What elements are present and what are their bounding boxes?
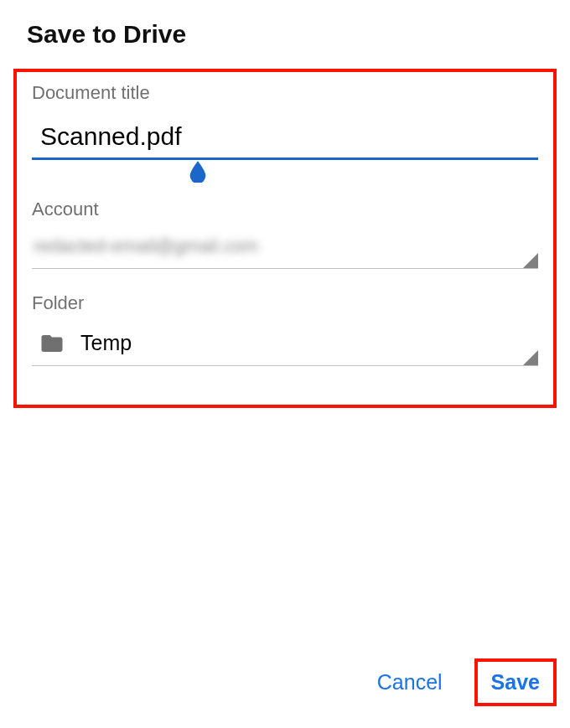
account-field: Account redacted-email@gmail.com [32, 199, 538, 269]
cancel-button[interactable]: Cancel [369, 663, 451, 701]
folder-label: Folder [32, 292, 538, 314]
folder-field: Folder Temp [32, 292, 538, 366]
folder-selector[interactable]: Temp [32, 329, 538, 366]
save-button[interactable]: Save [479, 663, 552, 701]
dialog-header: Save to Drive [0, 0, 570, 69]
folder-icon [37, 331, 67, 356]
highlighted-form-area: Document title Account redacted-email@gm… [13, 69, 557, 408]
highlighted-save-area: Save [474, 658, 557, 706]
dialog-actions: Cancel Save [369, 658, 557, 706]
document-title-label: Document title [32, 82, 538, 104]
dropdown-corner-icon [523, 350, 538, 365]
document-title-field: Document title [32, 82, 538, 160]
text-cursor-handle-icon[interactable] [186, 159, 210, 183]
document-title-input-wrap [32, 119, 538, 160]
account-selector[interactable]: redacted-email@gmail.com [32, 235, 538, 269]
folder-value: Temp [80, 331, 132, 355]
document-title-input[interactable] [32, 119, 538, 160]
dialog-title: Save to Drive [27, 20, 543, 49]
dropdown-corner-icon [523, 253, 538, 268]
account-label: Account [32, 199, 538, 220]
account-value-redacted: redacted-email@gmail.com [32, 235, 258, 256]
